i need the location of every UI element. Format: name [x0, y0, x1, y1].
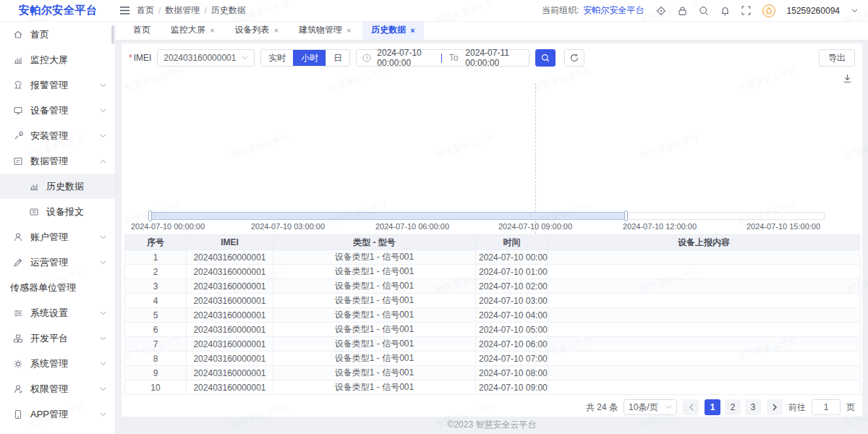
- sidebar-item-label: 首页: [30, 28, 49, 41]
- text-caret: [441, 54, 442, 63]
- page-button-3[interactable]: 3: [745, 399, 761, 415]
- filter-bar: *IMEI 202403160000001 实时小时日 2024-07-10 0…: [129, 49, 584, 67]
- message-icon: [29, 207, 39, 217]
- date-separator: To: [449, 53, 459, 63]
- user-phone[interactable]: 15259260094: [787, 6, 840, 16]
- table-row[interactable]: 4202403160000001设备类型1 - 信号0012024-07-10 …: [125, 294, 860, 308]
- date-end-value[interactable]: 2024-07-11 00:00:00: [465, 48, 523, 68]
- column-header-IMEI: IMEI: [187, 235, 273, 250]
- sidebar-item-安装管理[interactable]: 安装管理: [0, 123, 115, 148]
- table-cell: 设备类型1 - 信号001: [273, 308, 476, 323]
- bell-icon[interactable]: [720, 6, 730, 16]
- table-cell: 设备类型1 - 信号001: [273, 250, 476, 265]
- table-row[interactable]: 6202403160000001设备类型1 - 信号0012024-07-10 …: [125, 323, 860, 337]
- interval-option-实时[interactable]: 实时: [261, 50, 293, 66]
- table-cell: 2024-07-10 01:00:00: [476, 265, 548, 279]
- menu-collapse-icon[interactable]: [120, 7, 129, 14]
- sidebar-item-系统设置[interactable]: 系统设置: [0, 300, 115, 326]
- table-row[interactable]: 3202403160000001设备类型1 - 信号0012024-07-10 …: [125, 279, 860, 294]
- footer-copyright: ©2023 智慧安全云平台: [116, 419, 868, 431]
- table-row[interactable]: 8202403160000001设备类型1 - 信号0012024-07-10 …: [125, 352, 860, 366]
- interval-option-小时[interactable]: 小时: [293, 50, 326, 66]
- close-icon[interactable]: ×: [273, 26, 278, 35]
- sidebar-item-权限管理[interactable]: 权限管理: [0, 376, 115, 401]
- table-cell: 202403160000001: [187, 308, 273, 323]
- sidebar-item-系统管理[interactable]: 系统管理: [0, 351, 115, 376]
- sidebar-item-数据管理[interactable]: 数据管理: [0, 148, 115, 174]
- table-row[interactable]: 9202403160000001设备类型1 - 信号0012024-07-10 …: [125, 366, 860, 380]
- imei-label: IMEI: [134, 53, 152, 63]
- search-icon[interactable]: [699, 6, 709, 16]
- sidebar-item-开发平台[interactable]: 开发平台: [0, 326, 115, 351]
- table-cell: [548, 323, 860, 337]
- close-icon[interactable]: ×: [346, 26, 351, 35]
- chevron-down-icon[interactable]: [851, 9, 858, 13]
- datazoom-selected-range[interactable]: [150, 212, 626, 220]
- data-icon: [13, 156, 23, 166]
- datazoom-slider[interactable]: [150, 212, 825, 220]
- table-cell: 202403160000001: [187, 279, 273, 294]
- sidebar-item-运营管理[interactable]: 运营管理: [0, 250, 115, 275]
- search-button[interactable]: [535, 49, 556, 67]
- tab-首页[interactable]: 首页: [124, 21, 159, 40]
- sidebar-item-监控大屏[interactable]: 监控大屏: [0, 47, 115, 72]
- chevron-down-icon: [100, 412, 106, 417]
- sidebar-item-APP管理[interactable]: APP管理: [0, 401, 115, 427]
- sidebar-item-label: 监控大屏: [30, 54, 68, 67]
- axis-tick-label: 2024-07-10 12:00:00: [623, 222, 697, 231]
- avatar[interactable]: [762, 4, 775, 17]
- tab-监控大屏[interactable]: 监控大屏×: [162, 21, 223, 40]
- sidebar-item-设备管理[interactable]: 设备管理: [0, 98, 115, 123]
- imei-select[interactable]: 202403160000001: [157, 49, 255, 67]
- dev-icon: [13, 333, 23, 344]
- chevron-down-icon: [100, 134, 106, 138]
- date-start-value[interactable]: 2024-07-10 00:00:00: [377, 48, 435, 68]
- sidebar-item-设备报文[interactable]: 设备报文: [0, 199, 115, 224]
- page-button-1[interactable]: 1: [705, 399, 720, 415]
- sidebar-item-传感器单位管理[interactable]: 传感器单位管理: [0, 275, 115, 300]
- sidebar-item-报警管理[interactable]: 报警管理: [0, 72, 115, 98]
- next-page-button[interactable]: [767, 399, 783, 415]
- sidebar-scrollbar[interactable]: [111, 25, 114, 44]
- interval-option-日[interactable]: 日: [326, 50, 349, 66]
- current-org-value[interactable]: 安帕尔安全平台: [584, 4, 644, 17]
- breadcrumb-data-mgmt[interactable]: 数据管理: [165, 4, 200, 17]
- table-row[interactable]: 10202403160000001设备类型1 - 信号0012024-07-10…: [125, 380, 860, 395]
- table-row[interactable]: 5202403160000001设备类型1 - 信号0012024-07-10 …: [125, 308, 860, 323]
- datazoom-handle-right[interactable]: [624, 210, 628, 221]
- page-button-2[interactable]: 2: [725, 399, 741, 415]
- table-cell: [548, 337, 860, 352]
- tab-历史数据[interactable]: 历史数据×: [362, 21, 423, 40]
- history-chart[interactable]: [122, 80, 862, 212]
- fullscreen-icon[interactable]: [741, 6, 751, 15]
- sidebar-item-账户管理[interactable]: 账户管理: [0, 224, 115, 250]
- sidebar-item-历史数据[interactable]: 历史数据: [0, 174, 115, 199]
- table-row[interactable]: 1202403160000001设备类型1 - 信号0012024-07-10 …: [125, 250, 860, 265]
- datazoom-handle-left[interactable]: [148, 210, 152, 221]
- table-row[interactable]: 2202403160000001设备类型1 - 信号0012024-07-10 …: [125, 265, 860, 279]
- goto-page-input[interactable]: [812, 399, 841, 415]
- locate-icon[interactable]: [656, 6, 666, 16]
- tab-建筑物管理[interactable]: 建筑物管理×: [290, 21, 359, 40]
- tab-设备列表[interactable]: 设备列表×: [226, 21, 286, 40]
- export-button[interactable]: 导出: [819, 49, 855, 67]
- close-icon[interactable]: ×: [210, 26, 214, 35]
- sidebar-item-首页[interactable]: 首页: [0, 22, 115, 47]
- sidebar-item-label: 设备报文: [46, 205, 84, 218]
- table-cell: 202403160000001: [187, 250, 273, 265]
- close-icon[interactable]: ×: [410, 26, 414, 35]
- refresh-button[interactable]: [564, 49, 584, 67]
- chevron-down-icon: [100, 260, 106, 265]
- prev-page-button[interactable]: [683, 399, 699, 415]
- sidebar-item-label: 传感器单位管理: [10, 281, 76, 294]
- page-size-select[interactable]: 10条/页: [624, 399, 677, 415]
- alarm-icon: [13, 80, 23, 90]
- pagination-total: 共 24 条: [586, 401, 618, 414]
- axis-tick-label: 2024-07-10 00:00:00: [131, 222, 205, 231]
- lock-icon[interactable]: [678, 6, 687, 16]
- date-range-picker[interactable]: 2024-07-10 00:00:00 To 2024-07-11 00:00:…: [356, 49, 529, 67]
- sidebar-item-label: 开发平台: [30, 332, 68, 345]
- breadcrumb-home[interactable]: 首页: [137, 4, 154, 17]
- table-row[interactable]: 7202403160000001设备类型1 - 信号0012024-07-10 …: [125, 337, 860, 352]
- axis-tick-label: 2024-07-10 09:00:00: [498, 222, 572, 231]
